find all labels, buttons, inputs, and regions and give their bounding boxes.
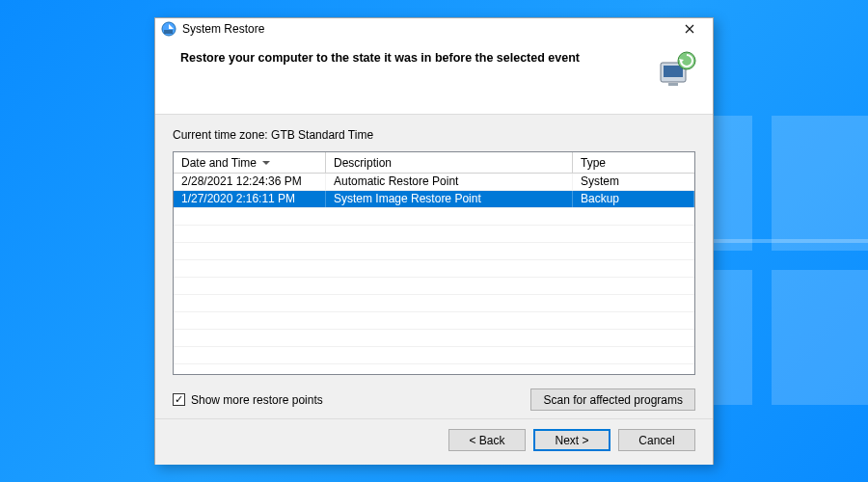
cancel-button[interactable]: Cancel: [618, 429, 695, 451]
table-header: Date and Time Description Type: [174, 152, 694, 174]
cell-date: 2/28/2021 12:24:36 PM: [174, 174, 326, 190]
scan-affected-button[interactable]: Scan for affected programs: [530, 388, 695, 411]
restore-points-table: Date and Time Description Type 2/28/2021…: [173, 151, 695, 375]
window-title: System Restore: [182, 22, 264, 36]
back-button[interactable]: < Back: [448, 429, 526, 451]
next-button[interactable]: Next >: [533, 429, 610, 451]
column-header-date[interactable]: Date and Time: [174, 152, 326, 173]
below-table-row: ✓ Show more restore points Scan for affe…: [173, 388, 695, 411]
table-row-empty: [174, 295, 694, 312]
dialog-heading: Restore your computer to the state it wa…: [180, 51, 643, 65]
cell-description: Automatic Restore Point: [326, 174, 573, 190]
checkbox-box: ✓: [173, 393, 185, 406]
system-restore-dialog: System Restore Restore your computer to …: [154, 17, 714, 465]
checkbox-label: Show more restore points: [191, 393, 323, 407]
table-row-empty: [174, 226, 694, 243]
cell-description: System Image Restore Point: [326, 191, 573, 207]
column-header-description[interactable]: Description: [326, 152, 573, 173]
svg-rect-4: [668, 83, 678, 86]
cell-type: System: [573, 174, 694, 190]
svg-rect-1: [164, 30, 173, 34]
table-row-empty: [174, 312, 694, 330]
show-more-checkbox[interactable]: ✓ Show more restore points: [173, 393, 323, 407]
table-body: 2/28/2021 12:24:36 PMAutomatic Restore P…: [174, 174, 694, 364]
table-row-empty: [174, 208, 694, 226]
cell-type: Backup: [573, 191, 694, 207]
svg-rect-3: [664, 66, 683, 77]
timezone-label: Current time zone: GTB Standard Time: [173, 128, 695, 142]
table-row-empty: [174, 260, 694, 278]
titlebar: System Restore: [155, 18, 713, 40]
dialog-body: Current time zone: GTB Standard Time Dat…: [155, 115, 713, 418]
dialog-footer: < Back Next > Cancel: [155, 418, 713, 465]
restore-header-icon: [655, 49, 697, 92]
table-row-empty: [174, 278, 694, 295]
table-row[interactable]: 2/28/2021 12:24:36 PMAutomatic Restore P…: [174, 174, 694, 191]
table-row-empty: [174, 347, 694, 364]
table-row-empty: [174, 243, 694, 260]
column-header-type[interactable]: Type: [573, 152, 694, 173]
table-row[interactable]: 1/27/2020 2:16:11 PMSystem Image Restore…: [174, 191, 694, 208]
dialog-header: Restore your computer to the state it wa…: [155, 40, 713, 115]
table-row-empty: [174, 330, 694, 347]
cell-date: 1/27/2020 2:16:11 PM: [174, 191, 326, 207]
close-button[interactable]: [674, 18, 705, 40]
system-restore-icon: [161, 21, 176, 37]
column-header-label: Date and Time: [181, 156, 257, 170]
